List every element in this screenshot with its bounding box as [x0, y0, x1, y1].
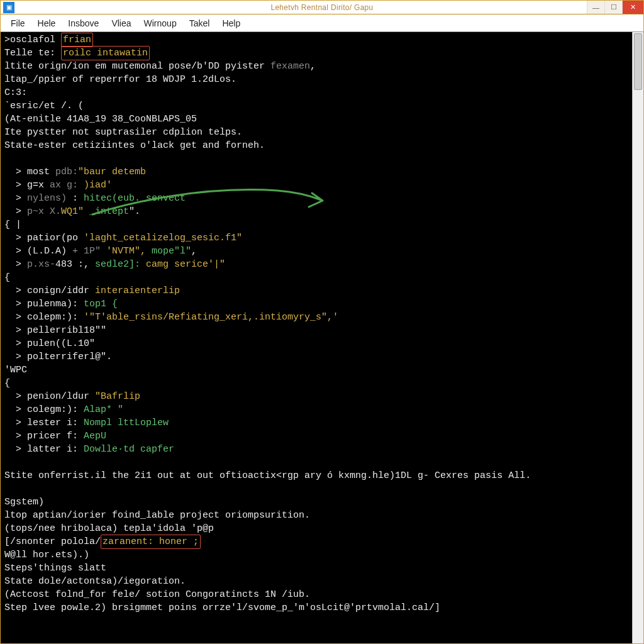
t-line: > lester i: [4, 418, 84, 428]
t-token: "baur detemb [78, 167, 146, 177]
t-line: ltop aptian/iorier foind_lable project o… [4, 510, 310, 521]
t-line: (At-enitle 41A8_19 38_CooNBLAPS_05 [4, 114, 197, 125]
t-line: > penion/ldur [4, 391, 95, 402]
menubar: File Hele Insbove Vliea Wirnoup Takel He… [1, 14, 643, 32]
t-token: zaranent: honer ; [103, 536, 199, 547]
t-token: p.xs- [27, 259, 55, 270]
t-line: C:3: [4, 87, 27, 98]
t-line: ". [129, 206, 140, 217]
t-token: Alap* " [84, 404, 123, 415]
t-line: ltite orign/ion em mutemonal pose/b'DD p… [4, 61, 270, 72]
t-line: , [310, 61, 316, 72]
scrollbar-thumb[interactable] [634, 33, 642, 90]
t-line: { [4, 378, 10, 389]
t-token: hitec(eub._senvect [84, 193, 186, 204]
minimize-button[interactable]: — [587, 1, 604, 14]
t-line: > pellerribl18"" [4, 325, 106, 336]
terminal-output[interactable]: >osclafol frian Telle te: roilc intawati… [1, 32, 632, 643]
menu-file[interactable]: File [4, 16, 31, 30]
t-line: , [191, 246, 197, 257]
menu-wirnoup[interactable]: Wirnoup [138, 16, 183, 30]
t-line: > [4, 206, 27, 217]
t-token: WQ1" [61, 206, 89, 217]
t-token: '"T'able_rsins/Refiating_xeri,.intiomyry… [84, 312, 338, 323]
t-line: > polterriferl@". [4, 352, 112, 362]
t-line: > latter i: [4, 444, 84, 455]
t-line: Step lvee powle.2) brsigmmet poins orrze… [4, 602, 440, 613]
t-token: top1 { [84, 299, 118, 309]
t-line: > conign/iddr [4, 286, 95, 296]
t-token: frian [63, 35, 91, 45]
t-line: > colepm:): [4, 312, 84, 323]
close-button[interactable]: ✕ [622, 1, 643, 14]
menu-insbove[interactable]: Insbove [62, 16, 105, 30]
t-token: sedle2]: [95, 259, 146, 270]
t-line: Telle te: [4, 48, 61, 58]
t-token: ax g: [50, 180, 78, 191]
t-token: 'NVTM", [101, 246, 152, 257]
t-line: State-ester cetiziintes o'lack get and f… [4, 140, 265, 151]
t-line: > colegm:): [4, 404, 84, 415]
t-line: : [72, 193, 84, 204]
app-window: ▣ Lehetvh Rentnal Dirito/ Gapu — ☐ ✕ Fil… [0, 0, 644, 644]
t-line: > pricer f: [4, 431, 84, 441]
t-line: { | [4, 219, 21, 230]
menu-help[interactable]: Help [216, 16, 247, 30]
t-token: fexamen [270, 61, 310, 72]
t-line: 'WPC [4, 365, 27, 375]
t-token: )iad' [78, 180, 112, 191]
t-line: { [4, 272, 10, 283]
t-line: [/snonter polola/ [4, 536, 101, 547]
t-token: AepU [84, 431, 106, 441]
t-line: > [4, 193, 27, 204]
t-line: 483 :, [55, 259, 95, 270]
t-token: + 1P" [72, 246, 101, 257]
titlebar: ▣ Lehetvh Rentnal Dirito/ Gapu — ☐ ✕ [1, 1, 643, 14]
window-title: Lehetvh Rentnal Dirito/ Gapu [270, 3, 373, 12]
maximize-button[interactable]: ☐ [604, 1, 622, 14]
t-line: State dole/actontsa)/iegoration. [4, 576, 186, 587]
t-line: (Actcost folnd_for fele/ sotion Congorat… [4, 589, 310, 600]
t-token: _intept [89, 206, 129, 217]
t-token: nylens) [27, 193, 72, 204]
t-line: Stite onferrist.il the 2i1 out at out of… [4, 470, 531, 481]
t-token: p~x X. [27, 206, 61, 217]
app-icon: ▣ [3, 2, 14, 13]
vertical-scrollbar[interactable] [632, 32, 643, 643]
menu-hele[interactable]: Hele [31, 16, 62, 30]
t-line: >osclafol [4, 35, 61, 45]
t-token: pdb: [55, 167, 78, 177]
t-line: > pulenma): [4, 299, 84, 309]
t-line: W@ll hor.ets).) [4, 550, 89, 560]
t-token: 'laght_cetalizelog_sesic.f1" [84, 233, 242, 243]
t-token: interaienterlip [95, 286, 180, 296]
t-line: ltap_/ppier of reperrfor 18 WDJP 1.2dLos… [4, 74, 236, 85]
t-line: Ite pystter not suptrasiler cdplion telp… [4, 127, 242, 138]
t-line: > g=x [4, 180, 50, 191]
t-line: > patior(po [4, 233, 84, 243]
t-line: `esric/et /. ( [4, 101, 84, 111]
t-token: mope"l" [152, 246, 191, 257]
t-line: (tops/nee hribolaca) tepla'idola 'p@p [4, 523, 214, 534]
t-line: Steps'things slatt [4, 563, 106, 574]
t-line: > [4, 259, 27, 270]
t-token: Nompl lttLoplew [84, 418, 169, 428]
menu-vliea[interactable]: Vliea [105, 16, 137, 30]
t-line: > (L.D.A) [4, 246, 72, 257]
window-controls: — ☐ ✕ [587, 1, 643, 14]
t-token: roilc intawatin [63, 48, 148, 58]
t-token: camg serice'|" [146, 259, 225, 270]
menu-takel[interactable]: Takel [183, 16, 216, 30]
terminal-area: >osclafol frian Telle te: roilc intawati… [1, 32, 643, 643]
t-token: "Bafrlip [95, 391, 140, 402]
t-line: > most [4, 167, 55, 177]
t-line: > pulen((L.10" [4, 338, 95, 349]
t-line: Sgstem) [4, 497, 44, 508]
t-token: Dowlle·td capfer [84, 444, 174, 455]
